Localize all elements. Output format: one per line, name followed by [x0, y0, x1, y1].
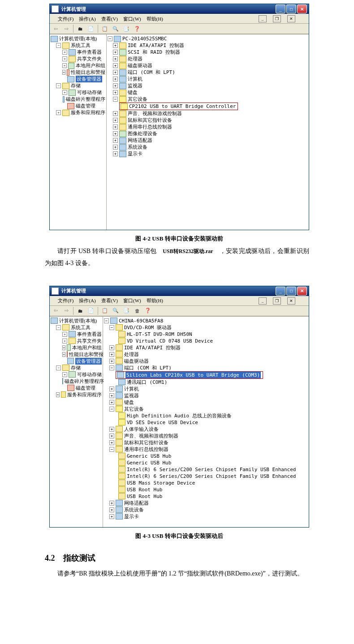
rar-filename[interactable]: USB转RS232驱动.rar — [163, 248, 213, 254]
collapse-icon[interactable]: − — [109, 407, 114, 412]
tree-item[interactable]: 通用串行总线控制器 — [124, 446, 168, 453]
expand-icon[interactable]: + — [62, 372, 67, 377]
tree-item[interactable]: PC-20140525SMBC — [122, 35, 167, 42]
tree-item[interactable]: HL-DT-ST DVD-ROM DH50N — [127, 331, 192, 338]
tree-item[interactable]: 服务和应用程序 — [67, 391, 102, 398]
expand-icon[interactable]: + — [113, 43, 118, 48]
expand-icon[interactable]: + — [62, 345, 65, 350]
expand-icon[interactable]: + — [109, 434, 114, 438]
tree-left[interactable]: 计算机管理(本地) −系统工具 +事件查看器 +共享文件夹 +本地用户和组 +性… — [50, 317, 103, 527]
expand-icon[interactable]: + — [62, 352, 65, 357]
tree-item[interactable]: 监视器 — [124, 392, 139, 399]
tree-item[interactable]: 可移动存储 — [77, 89, 102, 96]
tree-item[interactable]: 显示卡 — [128, 150, 142, 157]
tree-item[interactable]: 通用串行总线控制器 — [128, 124, 172, 130]
tree-item[interactable]: CHINA-69CBA5FA8 — [119, 318, 163, 324]
titlebar[interactable]: 计算机管理 _ □ ✕ — [50, 4, 309, 14]
menu-item[interactable]: 操作(A) — [79, 16, 95, 22]
expand-icon[interactable]: + — [113, 145, 118, 150]
toolbar-icon[interactable]: 🗑 — [133, 307, 141, 315]
expand-icon[interactable]: + — [113, 63, 118, 68]
toolbar-icon[interactable]: 📑 — [122, 307, 130, 315]
expand-icon[interactable]: + — [113, 151, 118, 156]
toolbar-icon[interactable]: ❓ — [133, 25, 141, 33]
tree-item[interactable]: 处理器 — [124, 351, 139, 358]
menu-item[interactable]: 帮助(H) — [147, 16, 163, 22]
collapse-icon[interactable]: − — [56, 43, 61, 48]
expand-icon[interactable]: + — [109, 359, 114, 364]
tree-item[interactable]: 存储 — [71, 82, 81, 89]
back-button[interactable]: ⇦ — [52, 307, 60, 315]
menu-item[interactable]: 窗口(W) — [123, 16, 141, 22]
collapse-icon[interactable]: − — [108, 36, 112, 41]
tree-item[interactable]: Intel(R) 6 Series/C200 Series Chipset Fa… — [127, 466, 296, 473]
tree-item[interactable]: 监视器 — [128, 82, 142, 89]
expand-icon[interactable]: + — [109, 345, 114, 350]
mdi-restore-button[interactable]: ❐ — [273, 297, 281, 305]
collapse-icon[interactable]: − — [56, 325, 61, 330]
menu-item[interactable]: 文件(F) — [58, 16, 73, 22]
close-button[interactable]: ✕ — [297, 287, 307, 296]
mdi-close-button[interactable]: ✕ — [287, 297, 295, 305]
expand-icon[interactable]: + — [109, 507, 114, 512]
collapse-icon[interactable]: − — [56, 83, 61, 88]
tree-item[interactable]: 磁盘驱动器 — [124, 358, 149, 365]
tree-item[interactable]: 事件查看器 — [77, 331, 102, 338]
close-button[interactable]: ✕ — [297, 4, 307, 13]
menu-item[interactable]: 帮助(H) — [147, 297, 163, 304]
toolbar-icon[interactable]: 📄 — [87, 25, 95, 33]
tree-item[interactable]: 鼠标和其它指针设备 — [128, 117, 172, 124]
tree-item[interactable]: 存储 — [71, 365, 81, 371]
toolbar-icon[interactable]: 🖿 — [76, 307, 84, 315]
expand-icon[interactable]: + — [62, 50, 67, 55]
collapse-icon[interactable]: − — [56, 365, 61, 370]
device-cp2102[interactable]: CP2102 USB to UART Bridge Controller — [129, 103, 236, 110]
tree-item[interactable]: 键盘 — [124, 399, 134, 406]
tree-item-selected[interactable]: 设备管理器 — [76, 76, 102, 82]
tree-right[interactable]: −PC-20140525SMBC +IDE ATA/ATAPI 控制器 +SCS… — [107, 34, 309, 230]
tree-item[interactable]: 计算机管理(本地) — [59, 318, 97, 324]
device-cp210x[interactable]: Silicon Labs CP210x USB to UART Bridge (… — [125, 372, 261, 378]
tree-item[interactable]: 处理器 — [128, 56, 142, 62]
expand-icon[interactable]: + — [113, 77, 118, 82]
expand-icon[interactable]: + — [62, 63, 67, 68]
tree-item[interactable]: 显示卡 — [124, 513, 139, 520]
collapse-icon[interactable]: − — [109, 365, 114, 370]
tree-item[interactable]: 系统工具 — [71, 42, 91, 49]
toolbar-icon[interactable]: 📋 — [101, 307, 109, 315]
maximize-button[interactable]: □ — [286, 4, 296, 13]
mdi-restore-button[interactable]: ❐ — [273, 15, 281, 22]
tree-item[interactable]: 通讯端口 (COM1) — [127, 379, 167, 386]
collapse-icon[interactable]: − — [113, 97, 118, 102]
tree-item[interactable]: 其它设备 — [124, 406, 144, 412]
tree-item[interactable]: 声音、视频和游戏控制器 — [128, 110, 182, 117]
tree-item[interactable]: 磁盘驱动器 — [128, 62, 152, 69]
tree-item[interactable]: 共享文件夹 — [77, 56, 102, 62]
mdi-minimize-button[interactable]: _ — [259, 297, 267, 305]
toolbar-icon[interactable]: 📋 — [101, 25, 109, 33]
tree-item[interactable]: USB Root Hub — [127, 486, 162, 493]
expand-icon[interactable]: + — [109, 427, 114, 432]
collapse-icon[interactable]: − — [109, 447, 114, 452]
expand-icon[interactable]: + — [62, 339, 67, 343]
maximize-button[interactable]: □ — [286, 287, 296, 296]
tree-item-selected[interactable]: 设备管理器 — [75, 358, 102, 365]
minimize-button[interactable]: _ — [276, 4, 285, 13]
menu-item[interactable]: 窗口(W) — [123, 297, 141, 304]
tree-item[interactable]: 磁盘管理 — [76, 103, 95, 109]
expand-icon[interactable]: + — [113, 111, 118, 116]
toolbar-icon[interactable]: 📑 — [122, 25, 130, 33]
expand-icon[interactable]: + — [113, 56, 118, 61]
expand-icon[interactable]: + — [113, 90, 118, 95]
expand-icon[interactable]: + — [62, 56, 67, 61]
tree-item[interactable]: 端口 (COM 和 LPT) — [128, 69, 175, 76]
tree-item[interactable]: 计算机管理(本地) — [59, 35, 97, 42]
tree-item[interactable]: SCSI 和 RAID 控制器 — [128, 49, 180, 56]
tree-item[interactable]: VD SES Device USB Device — [127, 419, 198, 426]
back-button[interactable]: ⇦ — [52, 25, 60, 33]
expand-icon[interactable]: + — [113, 131, 118, 136]
expand-icon[interactable]: + — [62, 90, 67, 95]
mdi-minimize-button[interactable]: _ — [259, 15, 267, 22]
tree-item[interactable]: 人体学输入设备 — [124, 426, 159, 433]
tree-item[interactable]: Generic USB Hub — [127, 453, 171, 459]
